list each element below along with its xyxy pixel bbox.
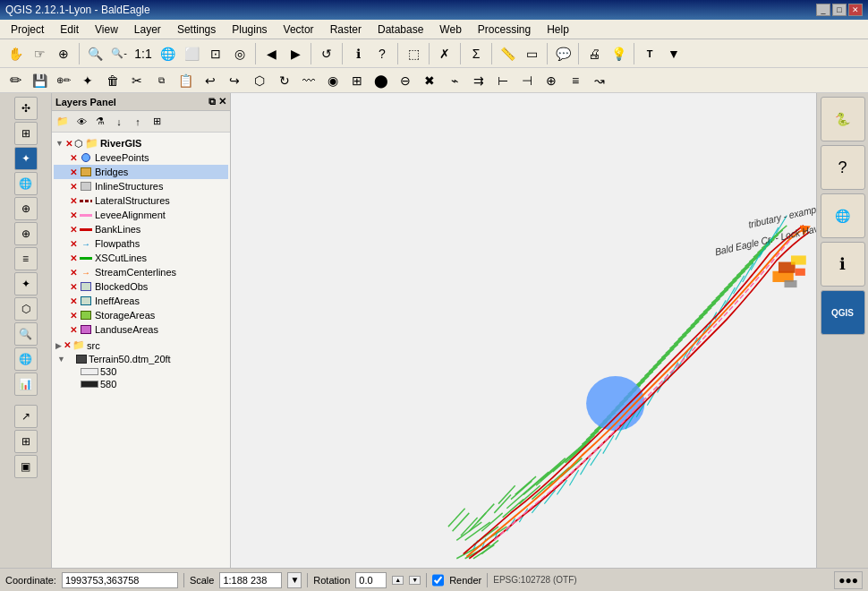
menu-plugins[interactable]: Plugins (225, 21, 274, 38)
zoom-native[interactable]: 1:1 (132, 42, 155, 65)
layer-xscutlines[interactable]: ✕ XSCutLines (54, 251, 228, 265)
coordinate-input[interactable] (62, 572, 178, 588)
python-console-button[interactable]: 🐍 (821, 97, 865, 141)
panel-close-button[interactable]: ✕ (218, 96, 226, 107)
scale-input[interactable] (219, 572, 282, 588)
save-edits[interactable]: 💾 (28, 69, 51, 92)
zoom-layer[interactable]: ◎ (228, 42, 251, 65)
menu-settings[interactable]: Settings (170, 21, 223, 38)
rotation-spinner-up[interactable]: ▲ (392, 576, 404, 585)
fill-ring[interactable]: ⬤ (370, 69, 393, 92)
layer-storageareas[interactable]: ✕ StorageAreas (54, 308, 228, 322)
deselect[interactable]: ✗ (433, 42, 456, 65)
layer-banklines[interactable]: ✕ BankLines (54, 222, 228, 236)
menu-raster[interactable]: Raster (323, 21, 369, 38)
help-button[interactable]: ? (821, 145, 865, 190)
left-tool-1[interactable]: ✣ (14, 97, 38, 120)
delete-part[interactable]: ✖ (418, 69, 441, 92)
left-tool-3[interactable]: ✦ (14, 147, 38, 170)
status-menu-button[interactable]: ●●● (834, 571, 863, 589)
left-tool-7[interactable]: ≡ (14, 247, 38, 270)
browser-button[interactable]: 🌐 (821, 193, 865, 238)
identify[interactable]: ℹ (346, 42, 370, 65)
menu-web[interactable]: Web (432, 21, 468, 38)
feature-info[interactable]: ? (370, 42, 394, 65)
info-button[interactable]: ℹ (821, 242, 865, 287)
rotate-point[interactable]: ↝ (588, 69, 611, 92)
layer-blockedobs[interactable]: ✕ BlockedObs (54, 279, 228, 294)
layer-leveealignment[interactable]: ✕ LeveeAlignment (54, 208, 228, 222)
move-node[interactable]: ✦ (76, 69, 99, 92)
menu-processing[interactable]: Processing (471, 21, 538, 38)
zoom-select[interactable]: ⊡ (204, 42, 227, 65)
layer-bridges[interactable]: ✕ Bridges (54, 165, 228, 179)
menu-layer[interactable]: Layer (127, 21, 168, 38)
left-tool-6[interactable]: ⊕ (14, 222, 38, 245)
panel-float-button[interactable]: ⧉ (208, 96, 216, 107)
layer-leveepoints[interactable]: ✕ LeveePoints (54, 150, 228, 165)
left-tool-2[interactable]: ⊞ (14, 122, 38, 145)
paste-feature[interactable]: 📋 (174, 69, 197, 92)
left-tool-5[interactable]: ⊕ (14, 197, 38, 220)
digitize[interactable]: ✏ (4, 69, 27, 92)
menu-help[interactable]: Help (540, 21, 576, 38)
measure[interactable]: 📏 (496, 42, 519, 65)
menu-view[interactable]: View (88, 21, 125, 38)
terrain-group-header[interactable]: ▼ ✕ Terrain50.dtm_20ft (55, 353, 226, 365)
zoom-full[interactable]: 🌐 (156, 42, 179, 65)
manage-vis-button[interactable]: 👁 (72, 113, 90, 131)
split-feature[interactable]: ⊢ (491, 69, 515, 92)
annotation[interactable]: 💬 (551, 42, 574, 65)
menu-vector[interactable]: Vector (277, 21, 321, 38)
print[interactable]: 🖨 (583, 42, 606, 65)
refresh[interactable]: ↺ (315, 42, 338, 65)
field-calc[interactable]: Σ (464, 42, 488, 65)
add-part[interactable]: ⊞ (345, 69, 369, 92)
touch-zoom[interactable]: ⊕ (52, 42, 75, 65)
merge-sel[interactable]: ⊕ (540, 69, 563, 92)
add-feature[interactable]: ⊕✏ (52, 69, 75, 92)
layer-landuseareas[interactable]: ✕ LanduseAreas (54, 322, 228, 337)
layer-group-rivergis-header[interactable]: ▼ ✕ ⬡ 📁 RiverGIS (54, 136, 228, 150)
layer-ineffareas[interactable]: ✕ IneffAreas (54, 294, 228, 308)
layer-flowpaths[interactable]: ✕ → Flowpaths (54, 236, 228, 251)
map-canvas[interactable]: tributary - example Bald Eagle Cr. - Loc… (231, 93, 816, 568)
move-up-button[interactable]: ↑ (129, 113, 147, 131)
more-tools[interactable]: ▼ (662, 42, 685, 65)
reshape[interactable]: ⌁ (443, 69, 466, 92)
left-tool-15[interactable]: ▣ (14, 455, 38, 478)
menu-edit[interactable]: Edit (53, 21, 86, 38)
left-tool-13[interactable]: ↗ (14, 405, 38, 428)
merge-attrs[interactable]: ≡ (564, 69, 587, 92)
pan-hand[interactable]: ☞ (28, 42, 51, 65)
pan-tool[interactable]: ✋ (4, 42, 27, 65)
filter-button[interactable]: ⚗ (91, 113, 109, 131)
redo[interactable]: ↪ (223, 69, 246, 92)
layer-lateralstructures[interactable]: ✕ LateralStructures (54, 193, 228, 208)
rotation-input[interactable] (355, 572, 387, 588)
text-annotation[interactable]: T (638, 42, 661, 65)
left-tool-14[interactable]: ⊞ (14, 430, 38, 453)
rotate-feat[interactable]: ↻ (273, 69, 296, 92)
layer-streamcenterlines[interactable]: ✕ → StreamCenterlines (54, 265, 228, 279)
scale-dropdown[interactable]: ▼ (287, 572, 302, 588)
copy-feature[interactable]: ⧉ (149, 69, 173, 92)
simplify[interactable]: 〰 (297, 69, 320, 92)
zoom-rect[interactable]: ⬜ (180, 42, 203, 65)
offset-curve[interactable]: ⇉ (467, 69, 490, 92)
layer-group-src[interactable]: ▶ ✕ 📁 src (54, 338, 228, 352)
add-ring[interactable]: ◉ (321, 69, 345, 92)
node-tool[interactable]: ⬡ (248, 69, 271, 92)
left-tool-4[interactable]: 🌐 (14, 172, 38, 195)
left-tool-8[interactable]: ✦ (14, 272, 38, 296)
render-checkbox[interactable] (432, 572, 444, 588)
cut-feature[interactable]: ✂ (125, 69, 149, 92)
zoom-in[interactable]: 🔍 (83, 42, 106, 65)
zoom-out[interactable]: 🔍- (107, 42, 131, 65)
select-rect[interactable]: ⬚ (402, 42, 425, 65)
delete-ring[interactable]: ⊖ (394, 69, 417, 92)
menu-database[interactable]: Database (370, 21, 430, 38)
delete-selected[interactable]: 🗑 (101, 69, 124, 92)
left-tool-10[interactable]: 🔍 (14, 322, 38, 346)
left-tool-9[interactable]: ⬡ (14, 297, 38, 321)
